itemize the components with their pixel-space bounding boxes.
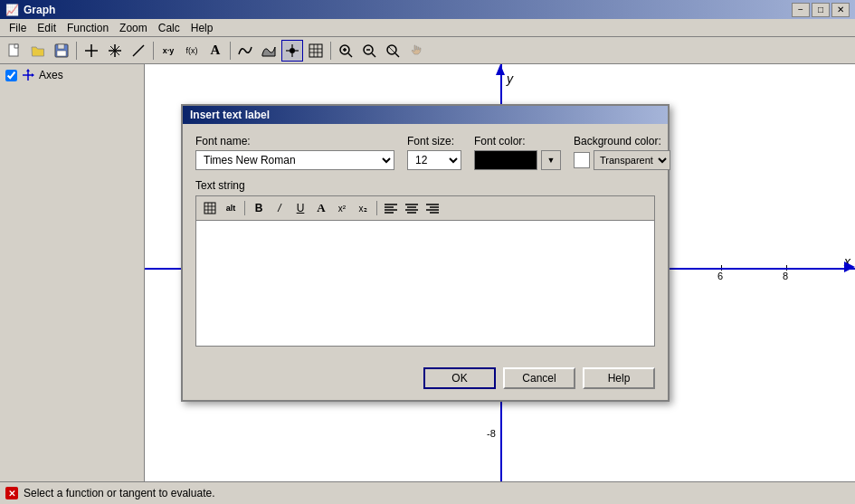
font-a-button[interactable]: A	[311, 199, 331, 217]
ok-button[interactable]: OK	[423, 367, 496, 389]
italic-button[interactable]: /	[270, 199, 290, 217]
text-string-section: Text string alt B / U A x² x₂	[195, 179, 655, 349]
dialog-title-bar: Insert text label	[183, 106, 668, 124]
dialog-buttons: OK Cancel Help	[183, 360, 668, 400]
font-size-field: Font size: 8 10 12 14 16 18 24	[407, 135, 461, 170]
font-name-select[interactable]: Times New Roman Arial Courier New	[195, 150, 394, 170]
bg-color-control: Transparent White Black	[574, 150, 670, 170]
font-color-swatch[interactable]	[474, 150, 537, 170]
bg-color-label: Background color:	[574, 135, 670, 147]
text-toolbar-sep-1	[244, 201, 245, 215]
subscript-button[interactable]: x₂	[353, 199, 373, 217]
text-format-toolbar: alt B / U A x² x₂	[195, 195, 655, 220]
text-input[interactable]	[195, 220, 655, 347]
text-toolbar-sep-2	[376, 201, 377, 215]
bg-color-field: Background color: Transparent White Blac…	[574, 135, 670, 170]
underline-button[interactable]: U	[290, 199, 310, 217]
font-name-field: Font name: Times New Roman Arial Courier…	[195, 135, 394, 170]
font-size-select[interactable]: 8 10 12 14 16 18 24	[407, 150, 461, 170]
bg-color-swatch[interactable]	[574, 152, 590, 168]
special-char-button[interactable]	[200, 199, 220, 217]
svg-rect-37	[204, 203, 215, 214]
dialog-overlay: Insert text label Font name: Times New R…	[0, 0, 855, 504]
help-button[interactable]: Help	[583, 367, 655, 389]
insert-text-dialog: Insert text label Font name: Times New R…	[181, 104, 670, 402]
align-center-button[interactable]	[402, 199, 422, 217]
font-color-field: Font color: ▼	[474, 135, 561, 170]
font-size-label: Font size:	[407, 135, 461, 147]
superscript-button[interactable]: x²	[332, 199, 352, 217]
align-left-button[interactable]	[381, 199, 401, 217]
font-color-label: Font color:	[474, 135, 561, 147]
font-name-label: Font name:	[195, 135, 394, 147]
align-right-button[interactable]	[423, 199, 442, 217]
dialog-body: Font name: Times New Roman Arial Courier…	[183, 124, 668, 360]
alt-text-button[interactable]: alt	[221, 199, 241, 217]
dialog-title-text: Insert text label	[190, 109, 270, 121]
bold-button[interactable]: B	[249, 199, 269, 217]
font-color-dropdown[interactable]: ▼	[541, 150, 561, 170]
bg-color-select[interactable]: Transparent White Black	[594, 150, 670, 170]
form-row-1: Font name: Times New Roman Arial Courier…	[195, 135, 655, 170]
cancel-button[interactable]: Cancel	[503, 367, 575, 389]
font-color-control: ▼	[474, 150, 561, 170]
text-string-label: Text string	[195, 179, 655, 192]
